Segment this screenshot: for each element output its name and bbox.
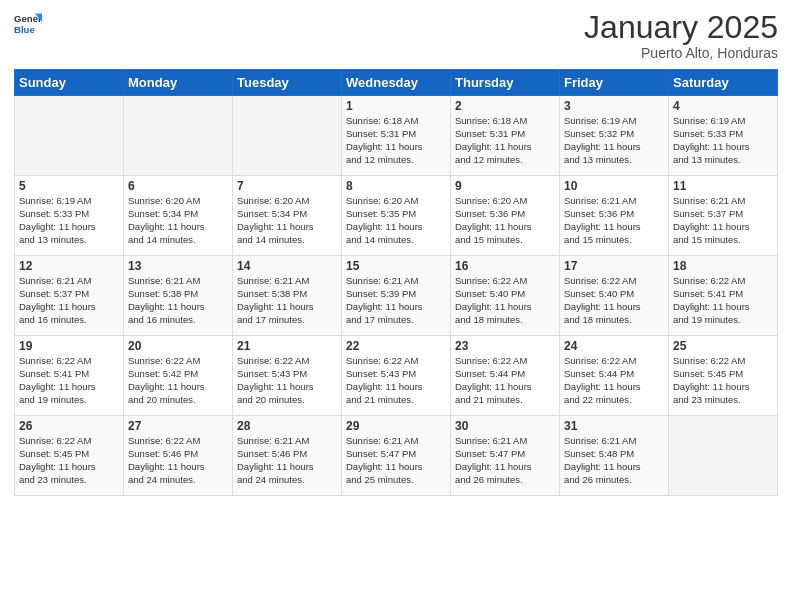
- day-number: 10: [564, 179, 664, 193]
- day-info: Sunrise: 6:22 AM Sunset: 5:40 PM Dayligh…: [455, 275, 555, 326]
- day-info: Sunrise: 6:20 AM Sunset: 5:34 PM Dayligh…: [128, 195, 228, 246]
- calendar-cell: 16Sunrise: 6:22 AM Sunset: 5:40 PM Dayli…: [451, 256, 560, 336]
- day-number: 24: [564, 339, 664, 353]
- weekday-header-row: SundayMondayTuesdayWednesdayThursdayFrid…: [15, 70, 778, 96]
- month-title: January 2025: [584, 10, 778, 45]
- day-info: Sunrise: 6:22 AM Sunset: 5:41 PM Dayligh…: [673, 275, 773, 326]
- weekday-sunday: Sunday: [15, 70, 124, 96]
- day-number: 15: [346, 259, 446, 273]
- calendar-cell: 29Sunrise: 6:21 AM Sunset: 5:47 PM Dayli…: [342, 416, 451, 496]
- calendar-cell: 21Sunrise: 6:22 AM Sunset: 5:43 PM Dayli…: [233, 336, 342, 416]
- day-number: 12: [19, 259, 119, 273]
- day-number: 14: [237, 259, 337, 273]
- calendar-cell: 4Sunrise: 6:19 AM Sunset: 5:33 PM Daylig…: [669, 96, 778, 176]
- page-header: General Blue January 2025 Puerto Alto, H…: [14, 10, 778, 61]
- day-info: Sunrise: 6:21 AM Sunset: 5:38 PM Dayligh…: [128, 275, 228, 326]
- day-info: Sunrise: 6:20 AM Sunset: 5:35 PM Dayligh…: [346, 195, 446, 246]
- calendar-cell: 28Sunrise: 6:21 AM Sunset: 5:46 PM Dayli…: [233, 416, 342, 496]
- calendar-cell: 17Sunrise: 6:22 AM Sunset: 5:40 PM Dayli…: [560, 256, 669, 336]
- calendar-cell: 25Sunrise: 6:22 AM Sunset: 5:45 PM Dayli…: [669, 336, 778, 416]
- day-number: 23: [455, 339, 555, 353]
- day-number: 7: [237, 179, 337, 193]
- calendar-cell: 23Sunrise: 6:22 AM Sunset: 5:44 PM Dayli…: [451, 336, 560, 416]
- day-info: Sunrise: 6:21 AM Sunset: 5:39 PM Dayligh…: [346, 275, 446, 326]
- weekday-monday: Monday: [124, 70, 233, 96]
- logo-icon: General Blue: [14, 10, 42, 38]
- calendar-cell: [124, 96, 233, 176]
- calendar-cell: 8Sunrise: 6:20 AM Sunset: 5:35 PM Daylig…: [342, 176, 451, 256]
- day-info: Sunrise: 6:21 AM Sunset: 5:37 PM Dayligh…: [673, 195, 773, 246]
- day-number: 29: [346, 419, 446, 433]
- day-number: 22: [346, 339, 446, 353]
- day-info: Sunrise: 6:22 AM Sunset: 5:41 PM Dayligh…: [19, 355, 119, 406]
- weekday-friday: Friday: [560, 70, 669, 96]
- day-info: Sunrise: 6:21 AM Sunset: 5:47 PM Dayligh…: [346, 435, 446, 486]
- day-info: Sunrise: 6:21 AM Sunset: 5:38 PM Dayligh…: [237, 275, 337, 326]
- day-number: 26: [19, 419, 119, 433]
- day-number: 4: [673, 99, 773, 113]
- day-info: Sunrise: 6:22 AM Sunset: 5:40 PM Dayligh…: [564, 275, 664, 326]
- calendar-cell: 14Sunrise: 6:21 AM Sunset: 5:38 PM Dayli…: [233, 256, 342, 336]
- calendar-cell: 2Sunrise: 6:18 AM Sunset: 5:31 PM Daylig…: [451, 96, 560, 176]
- day-info: Sunrise: 6:21 AM Sunset: 5:36 PM Dayligh…: [564, 195, 664, 246]
- day-number: 2: [455, 99, 555, 113]
- location: Puerto Alto, Honduras: [584, 45, 778, 61]
- day-info: Sunrise: 6:20 AM Sunset: 5:34 PM Dayligh…: [237, 195, 337, 246]
- calendar-cell: 31Sunrise: 6:21 AM Sunset: 5:48 PM Dayli…: [560, 416, 669, 496]
- day-number: 13: [128, 259, 228, 273]
- day-info: Sunrise: 6:20 AM Sunset: 5:36 PM Dayligh…: [455, 195, 555, 246]
- calendar-cell: 18Sunrise: 6:22 AM Sunset: 5:41 PM Dayli…: [669, 256, 778, 336]
- calendar-cell: 30Sunrise: 6:21 AM Sunset: 5:47 PM Dayli…: [451, 416, 560, 496]
- calendar-table: SundayMondayTuesdayWednesdayThursdayFrid…: [14, 69, 778, 496]
- day-number: 9: [455, 179, 555, 193]
- day-number: 1: [346, 99, 446, 113]
- weekday-wednesday: Wednesday: [342, 70, 451, 96]
- day-info: Sunrise: 6:18 AM Sunset: 5:31 PM Dayligh…: [455, 115, 555, 166]
- calendar-cell: 27Sunrise: 6:22 AM Sunset: 5:46 PM Dayli…: [124, 416, 233, 496]
- calendar-cell: 22Sunrise: 6:22 AM Sunset: 5:43 PM Dayli…: [342, 336, 451, 416]
- day-info: Sunrise: 6:22 AM Sunset: 5:46 PM Dayligh…: [128, 435, 228, 486]
- day-info: Sunrise: 6:21 AM Sunset: 5:46 PM Dayligh…: [237, 435, 337, 486]
- calendar-week-row: 12Sunrise: 6:21 AM Sunset: 5:37 PM Dayli…: [15, 256, 778, 336]
- day-info: Sunrise: 6:22 AM Sunset: 5:42 PM Dayligh…: [128, 355, 228, 406]
- calendar-week-row: 19Sunrise: 6:22 AM Sunset: 5:41 PM Dayli…: [15, 336, 778, 416]
- calendar-week-row: 26Sunrise: 6:22 AM Sunset: 5:45 PM Dayli…: [15, 416, 778, 496]
- day-number: 19: [19, 339, 119, 353]
- calendar-week-row: 1Sunrise: 6:18 AM Sunset: 5:31 PM Daylig…: [15, 96, 778, 176]
- calendar-cell: 13Sunrise: 6:21 AM Sunset: 5:38 PM Dayli…: [124, 256, 233, 336]
- day-info: Sunrise: 6:22 AM Sunset: 5:45 PM Dayligh…: [19, 435, 119, 486]
- weekday-thursday: Thursday: [451, 70, 560, 96]
- day-number: 20: [128, 339, 228, 353]
- day-number: 17: [564, 259, 664, 273]
- calendar-cell: 1Sunrise: 6:18 AM Sunset: 5:31 PM Daylig…: [342, 96, 451, 176]
- day-number: 25: [673, 339, 773, 353]
- weekday-saturday: Saturday: [669, 70, 778, 96]
- calendar-cell: 12Sunrise: 6:21 AM Sunset: 5:37 PM Dayli…: [15, 256, 124, 336]
- day-info: Sunrise: 6:22 AM Sunset: 5:43 PM Dayligh…: [346, 355, 446, 406]
- calendar-cell: 15Sunrise: 6:21 AM Sunset: 5:39 PM Dayli…: [342, 256, 451, 336]
- day-number: 11: [673, 179, 773, 193]
- calendar-cell: 24Sunrise: 6:22 AM Sunset: 5:44 PM Dayli…: [560, 336, 669, 416]
- day-number: 8: [346, 179, 446, 193]
- day-info: Sunrise: 6:21 AM Sunset: 5:47 PM Dayligh…: [455, 435, 555, 486]
- day-number: 27: [128, 419, 228, 433]
- title-block: January 2025 Puerto Alto, Honduras: [584, 10, 778, 61]
- day-number: 31: [564, 419, 664, 433]
- svg-text:Blue: Blue: [14, 24, 35, 35]
- calendar-cell: 10Sunrise: 6:21 AM Sunset: 5:36 PM Dayli…: [560, 176, 669, 256]
- day-info: Sunrise: 6:21 AM Sunset: 5:48 PM Dayligh…: [564, 435, 664, 486]
- calendar-cell: 9Sunrise: 6:20 AM Sunset: 5:36 PM Daylig…: [451, 176, 560, 256]
- day-info: Sunrise: 6:19 AM Sunset: 5:33 PM Dayligh…: [19, 195, 119, 246]
- calendar-cell: [233, 96, 342, 176]
- day-number: 5: [19, 179, 119, 193]
- day-info: Sunrise: 6:22 AM Sunset: 5:44 PM Dayligh…: [564, 355, 664, 406]
- calendar-cell: 20Sunrise: 6:22 AM Sunset: 5:42 PM Dayli…: [124, 336, 233, 416]
- calendar-cell: 6Sunrise: 6:20 AM Sunset: 5:34 PM Daylig…: [124, 176, 233, 256]
- day-info: Sunrise: 6:19 AM Sunset: 5:32 PM Dayligh…: [564, 115, 664, 166]
- calendar-cell: 26Sunrise: 6:22 AM Sunset: 5:45 PM Dayli…: [15, 416, 124, 496]
- day-number: 30: [455, 419, 555, 433]
- day-info: Sunrise: 6:21 AM Sunset: 5:37 PM Dayligh…: [19, 275, 119, 326]
- logo: General Blue: [14, 10, 42, 38]
- calendar-cell: 11Sunrise: 6:21 AM Sunset: 5:37 PM Dayli…: [669, 176, 778, 256]
- calendar-cell: 5Sunrise: 6:19 AM Sunset: 5:33 PM Daylig…: [15, 176, 124, 256]
